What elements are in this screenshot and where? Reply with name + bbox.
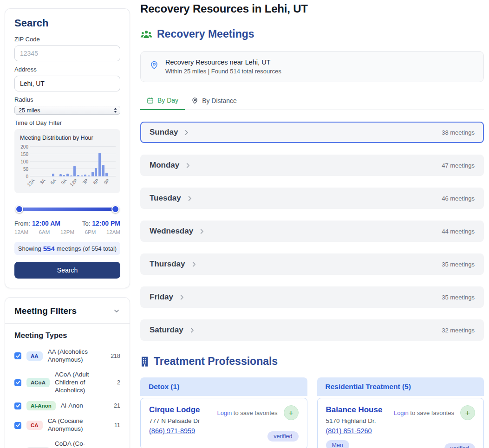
meeting-types-title: Meeting Types (14, 331, 120, 340)
listing-address: 777 N Palisade Dr (149, 417, 200, 424)
meetings-count-summary: Showing 554 meetings (of 554 total) (14, 242, 120, 255)
type-badge: AA (26, 351, 43, 361)
listing-card: Cirque Lodge 777 N Palisade Dr (866) 971… (140, 398, 307, 448)
day-row-thursday[interactable]: Thursday 35 meetings (140, 253, 484, 275)
location-summary-box: Recovery Resources near Lehi, UT Within … (140, 51, 484, 82)
verified-badge: verified (267, 431, 298, 442)
treatment-professionals-heading: Treatment Professionals (140, 355, 484, 368)
day-row-friday[interactable]: Friday 35 meetings (140, 286, 484, 308)
zip-input[interactable] (14, 45, 120, 61)
checkbox-checked-icon[interactable] (14, 422, 21, 429)
time-filter-label: Time of Day Filter (14, 119, 120, 126)
category-header: Residential Treatment (5) (317, 377, 484, 396)
main-content: Recovery Resources in Lehi, UT Recovery … (140, 0, 484, 448)
hour-chart-plot (30, 147, 116, 176)
divider (5, 323, 130, 324)
add-favorite-button[interactable]: + (284, 405, 299, 420)
listing-phone-link[interactable]: (866) 971-8959 (149, 427, 195, 435)
chevron-right-icon (184, 162, 191, 169)
search-button[interactable]: Search (14, 262, 120, 279)
listing-name-link[interactable]: Balance House (326, 405, 383, 415)
time-range-slider[interactable] (16, 205, 118, 213)
listing-name-link[interactable]: Cirque Lodge (149, 405, 200, 415)
slider-scale: 12AM 6AM 12PM 6PM 12AM (14, 229, 120, 235)
chevron-right-icon (186, 195, 193, 202)
category-detox: Detox (1) Cirque Lodge 777 N Palisade Dr… (140, 377, 307, 448)
location-summary-title: Recovery Resources near Lehi, UT (165, 58, 281, 66)
from-time: From:12:00 AM (14, 220, 60, 227)
day-row-monday[interactable]: Monday 47 meetings (140, 155, 484, 176)
address-label: Address (14, 66, 120, 73)
category-header: Detox (1) (140, 377, 307, 396)
listing-info: Cirque Lodge 777 N Palisade Dr (866) 971… (149, 405, 200, 442)
meeting-filters-panel: Meeting Filters Meeting Types AA AA (Alc… (5, 297, 130, 448)
add-favorite-button[interactable]: + (460, 405, 475, 420)
search-panel-title: Search (14, 17, 120, 29)
type-count: 21 (114, 403, 120, 409)
hour-distribution-chart: Meeting Distribution by Hour 05010015020… (14, 129, 120, 193)
chevron-down-icon[interactable] (113, 307, 120, 315)
day-row-saturday[interactable]: Saturday 32 meetings (140, 319, 484, 341)
gender-tag-badge: Men (326, 440, 349, 448)
day-row-sunday[interactable]: Sunday 38 meetings (140, 122, 484, 143)
sidebar: Search ZIP Code Address Radius 25 miles … (5, 8, 130, 448)
map-pin-icon (150, 60, 159, 70)
slider-track[interactable] (16, 208, 118, 211)
checkbox-checked-icon[interactable] (14, 379, 21, 386)
view-tabs: By Day By Distance (140, 93, 484, 110)
tab-by-distance[interactable]: By Distance (185, 93, 243, 110)
radius-select[interactable]: 25 miles (14, 106, 120, 115)
chart-x-axis: 12A3A6A9A12P3P6P9P (30, 176, 116, 190)
people-group-icon (140, 30, 152, 39)
chevron-right-icon (189, 327, 196, 334)
listing-address: 5170 Highland Dr. (326, 417, 383, 424)
login-link[interactable]: Login (217, 409, 232, 416)
day-row-tuesday[interactable]: Tuesday 46 meetings (140, 188, 484, 209)
radius-select-value: 25 miles (19, 107, 40, 114)
login-link[interactable]: Login (394, 409, 409, 416)
recovery-meetings-heading: Recovery Meetings (140, 28, 484, 40)
day-meeting-count: 47 meetings (442, 162, 475, 169)
type-badge: Al-Anon (26, 401, 56, 410)
to-time: To:12:00 PM (82, 220, 120, 227)
chart-y-axis: 050100150200 (19, 147, 30, 176)
checkbox-checked-icon[interactable] (14, 403, 21, 409)
listing-info: Balance House 5170 Highland Dr. (801) 85… (326, 405, 383, 448)
day-meeting-count: 35 meetings (442, 261, 475, 268)
chevron-right-icon (178, 294, 185, 301)
chevron-right-icon (198, 228, 205, 235)
tab-by-day[interactable]: By Day (140, 93, 185, 110)
login-to-save: Login to save favorites (217, 409, 277, 416)
slider-handle-from[interactable] (15, 205, 23, 213)
day-meeting-count: 46 meetings (442, 195, 475, 202)
type-count: 218 (111, 353, 120, 359)
meeting-filters-title: Meeting Filters (14, 306, 77, 316)
map-pin-icon (191, 97, 198, 104)
checkbox-checked-icon[interactable] (14, 352, 21, 359)
zip-label: ZIP Code (14, 36, 120, 43)
category-residential-treatment: Residential Treatment (5) Balance House … (317, 377, 484, 448)
day-meeting-count: 44 meetings (442, 228, 475, 235)
calendar-icon (147, 97, 154, 104)
slider-handle-to[interactable] (111, 205, 119, 213)
location-summary-subtitle: Within 25 miles | Found 514 total resour… (165, 68, 281, 75)
type-badge: ACoA (26, 378, 50, 387)
type-count: 11 (114, 422, 120, 429)
verified-badge: verified (444, 443, 475, 448)
login-to-save: Login to save favorites (394, 409, 454, 416)
treatment-categories: Detox (1) Cirque Lodge 777 N Palisade Dr… (140, 377, 484, 448)
meeting-type-row-coda: CoDA CoDA (Co-Dependents Anonymous) 8 (14, 440, 120, 448)
type-count: 2 (117, 379, 120, 386)
meeting-type-row-ca: CA CA (Cocaine Anonymous) 11 (14, 417, 120, 433)
address-input[interactable] (14, 76, 120, 91)
meeting-type-row-aa: AA AA (Alcoholics Anonymous) 218 (14, 348, 120, 364)
day-row-wednesday[interactable]: Wednesday 44 meetings (140, 221, 484, 242)
day-meeting-count: 38 meetings (442, 129, 475, 136)
chevron-right-icon (190, 261, 197, 268)
listing-phone-link[interactable]: (801) 851-5260 (326, 427, 372, 435)
chart-title: Meeting Distribution by Hour (20, 135, 116, 141)
select-stepper-icon (113, 107, 117, 113)
page-title: Recovery Resources in Lehi, UT (140, 0, 484, 15)
search-panel: Search ZIP Code Address Radius 25 miles … (5, 8, 130, 288)
day-meeting-count: 35 meetings (442, 294, 475, 301)
